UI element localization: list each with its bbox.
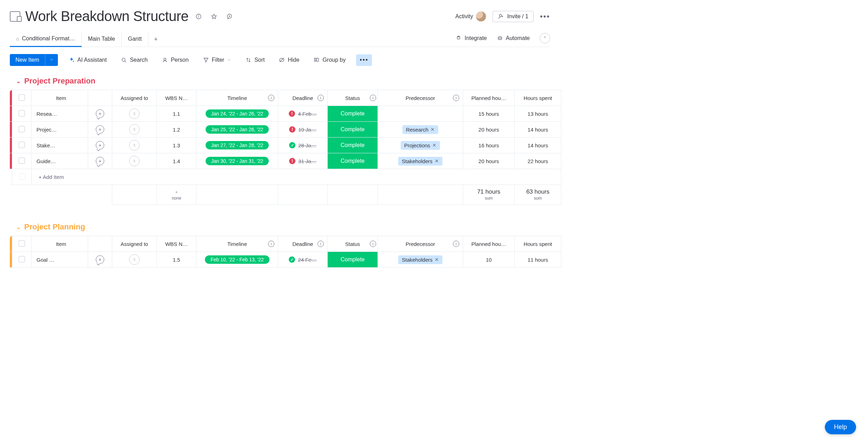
timeline-cell[interactable]: Jan 30, '22 - Jan 31, '22 [196, 153, 278, 169]
hours-spent-cell[interactable]: 14 hours [515, 138, 561, 153]
assigned-to-cell[interactable] [112, 138, 157, 153]
status-cell[interactable]: Complete [328, 153, 378, 169]
item-name-cell[interactable]: Resea… [32, 106, 88, 122]
automate-button[interactable]: Automate [497, 35, 530, 41]
hide-button[interactable]: Hide [275, 55, 303, 65]
info-icon[interactable]: i [268, 241, 274, 247]
info-icon[interactable]: i [268, 95, 274, 101]
collapse-header-button[interactable]: ⌃ [540, 33, 550, 43]
view-tab-2[interactable]: Gantt [122, 32, 148, 46]
info-icon[interactable]: i [318, 95, 324, 101]
item-name-cell[interactable]: Guide… [32, 153, 88, 169]
hours-spent-cell[interactable]: 13 hours [515, 106, 561, 122]
info-icon[interactable]: i [370, 241, 376, 247]
row-checkbox[interactable] [12, 138, 32, 153]
activity-button[interactable]: Activity [455, 11, 487, 22]
item-name-cell[interactable]: Goal … [32, 252, 88, 268]
predecessor-cell[interactable]: Research✕ [378, 122, 463, 138]
info-icon[interactable]: i [453, 241, 459, 247]
row-checkbox[interactable] [12, 106, 32, 122]
predecessor-cell[interactable]: Projections✕ [378, 138, 463, 153]
person-filter-button[interactable]: Person [158, 55, 192, 65]
planned-hours-cell[interactable]: 20 hours [463, 153, 515, 169]
conversation-button[interactable]: + [88, 138, 112, 153]
col-assigned[interactable]: Assigned to [112, 236, 157, 252]
predecessor-cell[interactable]: Stakeholders✕ [378, 252, 463, 268]
predecessor-tag[interactable]: Stakeholders✕ [398, 157, 442, 166]
predecessor-cell[interactable]: Stakeholders✕ [378, 153, 463, 169]
assigned-to-cell[interactable] [112, 122, 157, 138]
timeline-cell[interactable]: Jan 24, '22 - Jan 26, '22 [196, 106, 278, 122]
remove-tag-icon[interactable]: ✕ [435, 257, 439, 262]
remove-tag-icon[interactable]: ✕ [435, 158, 439, 164]
col-spent[interactable]: Hours spent [515, 90, 561, 106]
col-spent[interactable]: Hours spent [515, 236, 561, 252]
assigned-to-cell[interactable] [112, 153, 157, 169]
select-all-checkbox[interactable] [12, 236, 32, 252]
group-header-prep[interactable]: ⌄Project Preparation [10, 76, 550, 90]
integrate-button[interactable]: Integrate [455, 35, 487, 41]
ai-assistant-button[interactable]: AI Assistant [65, 55, 111, 65]
board-title[interactable]: Work Breakdown Structure [25, 8, 188, 24]
remove-tag-icon[interactable]: ✕ [432, 142, 436, 148]
info-icon[interactable]: i [318, 241, 324, 247]
col-deadline[interactable]: Deadlinei [278, 90, 328, 106]
predecessor-tag[interactable]: Projections✕ [401, 141, 440, 150]
conversation-button[interactable]: + [88, 252, 112, 268]
hours-spent-cell[interactable]: 14 hours [515, 122, 561, 138]
add-view-button[interactable]: + [148, 32, 163, 47]
conversation-button[interactable]: + [88, 153, 112, 169]
deadline-cell[interactable]: 28 Ja… [278, 138, 328, 153]
filter-button[interactable]: Filter [199, 55, 235, 65]
group-by-button[interactable]: Group by [310, 55, 349, 65]
board-options-icon[interactable]: ••• [540, 12, 550, 21]
planned-hours-cell[interactable]: 20 hours [463, 122, 515, 138]
new-item-button[interactable]: New Item [10, 54, 58, 66]
col-predecessor[interactable]: Predecessori [378, 236, 463, 252]
conversation-button[interactable]: + [88, 106, 112, 122]
deadline-cell[interactable]: 31 Ja… [278, 153, 328, 169]
wbs-cell[interactable]: 1.5 [157, 252, 196, 268]
status-cell[interactable]: Complete [328, 138, 378, 153]
col-assigned[interactable]: Assigned to [112, 90, 157, 106]
hours-spent-cell[interactable]: 11 hours [515, 252, 561, 268]
remove-tag-icon[interactable]: ✕ [430, 127, 435, 132]
planned-hours-cell[interactable]: 15 hours [463, 106, 515, 122]
more-options-button[interactable]: ••• [356, 54, 372, 66]
row-checkbox[interactable] [12, 252, 32, 268]
wbs-cell[interactable]: 1.1 [157, 106, 196, 122]
col-item[interactable]: Item [32, 90, 88, 106]
timeline-cell[interactable]: Jan 25, '22 - Jan 26, '22 [196, 122, 278, 138]
group-header-plan[interactable]: ⌄Project Planning [10, 222, 550, 236]
conversation-button[interactable]: + [88, 122, 112, 138]
col-deadline[interactable]: Deadlinei [278, 236, 328, 252]
col-wbs[interactable]: WBS N… [157, 236, 196, 252]
col-wbs[interactable]: WBS N… [157, 90, 196, 106]
status-cell[interactable]: Complete [328, 122, 378, 138]
invite-button[interactable]: Invite / 1 [493, 11, 533, 22]
row-checkbox[interactable] [12, 122, 32, 138]
timeline-cell[interactable]: Feb 10, '22 - Feb 13, '22 [196, 252, 278, 268]
predecessor-tag[interactable]: Stakeholders✕ [398, 255, 442, 264]
sort-button[interactable]: Sort [242, 55, 268, 65]
col-planned[interactable]: Planned hou… [463, 236, 515, 252]
predecessor-tag[interactable]: Research✕ [402, 125, 438, 134]
wbs-cell[interactable]: 1.2 [157, 122, 196, 138]
predecessor-cell[interactable] [378, 106, 463, 122]
assigned-to-cell[interactable] [112, 106, 157, 122]
add-item-row[interactable]: + Add Item [10, 169, 561, 185]
select-all-checkbox[interactable] [12, 90, 32, 106]
wbs-cell[interactable]: 1.3 [157, 138, 196, 153]
hours-spent-cell[interactable]: 22 hours [515, 153, 561, 169]
new-item-dropdown-icon[interactable] [45, 54, 58, 66]
col-timeline[interactable]: Timelinei [196, 236, 278, 252]
col-planned[interactable]: Planned hou… [463, 90, 515, 106]
planned-hours-cell[interactable]: 10 [463, 252, 515, 268]
wbs-cell[interactable]: 1.4 [157, 153, 196, 169]
item-name-cell[interactable]: Projec… [32, 122, 88, 138]
col-predecessor[interactable]: Predecessori [378, 90, 463, 106]
info-icon[interactable]: i [453, 95, 459, 101]
assigned-to-cell[interactable] [112, 252, 157, 268]
info-icon[interactable] [193, 11, 204, 22]
col-timeline[interactable]: Timelinei [196, 90, 278, 106]
